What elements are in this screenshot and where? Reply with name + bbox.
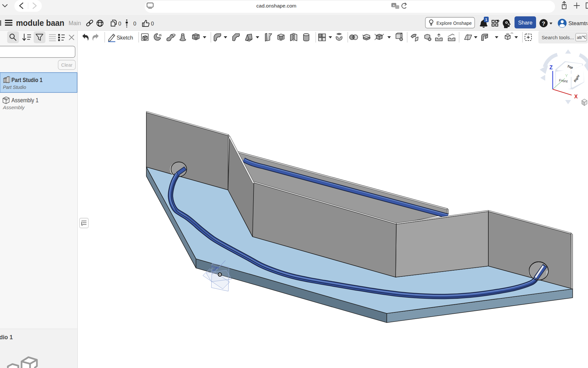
- svg-text:cad.onshape.com: cad.onshape.com: [256, 3, 296, 8]
- svg-text:0: 0: [151, 21, 154, 26]
- svg-text:A: A: [393, 4, 395, 7]
- svg-text:Steamtra: Steamtra: [568, 20, 588, 26]
- svg-text:X: X: [574, 94, 578, 99]
- svg-text:?: ?: [542, 21, 545, 27]
- svg-text:Clear: Clear: [61, 62, 73, 68]
- svg-text:Part Studio: Part Studio: [3, 84, 26, 90]
- svg-text:Search tools...: Search tools...: [542, 35, 574, 40]
- svg-text:0: 0: [133, 21, 136, 26]
- svg-text:Assembly: Assembly: [3, 105, 25, 110]
- svg-text:alt/: alt/: [577, 35, 582, 40]
- svg-text:1: 1: [485, 18, 487, 22]
- svg-text:dio 1: dio 1: [0, 334, 13, 341]
- svg-text:Sketch: Sketch: [117, 35, 133, 41]
- svg-text:Explore Onshape: Explore Onshape: [436, 20, 472, 26]
- svg-text:module baan: module baan: [16, 18, 64, 28]
- svg-text:Main: Main: [69, 20, 81, 26]
- svg-text:Assembly 1: Assembly 1: [11, 97, 39, 104]
- svg-text:Part Studio 1: Part Studio 1: [11, 77, 42, 83]
- svg-text:Share: Share: [518, 20, 532, 25]
- svg-text:Y: Y: [565, 73, 568, 78]
- svg-text:Z: Z: [549, 65, 553, 70]
- svg-text:0: 0: [118, 21, 121, 26]
